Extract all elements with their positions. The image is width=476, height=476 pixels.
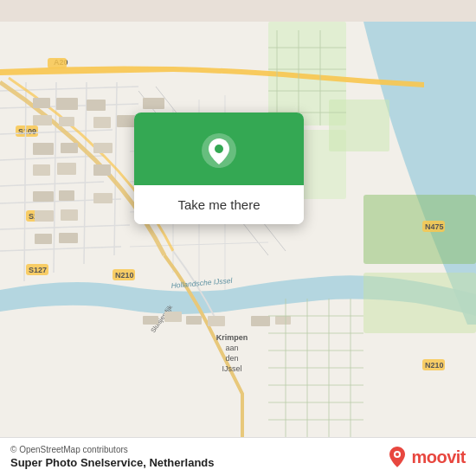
svg-text:Krimpen: Krimpen: [216, 333, 248, 342]
svg-rect-61: [59, 233, 78, 243]
svg-text:S127: S127: [29, 266, 47, 274]
take-me-there-button[interactable]: Take me there: [134, 185, 304, 224]
svg-rect-66: [93, 193, 113, 203]
osm-attribution: © OpenStreetMap contributors: [10, 445, 215, 454]
svg-rect-59: [61, 209, 78, 221]
svg-rect-48: [56, 98, 78, 110]
svg-rect-63: [117, 115, 136, 127]
action-card: Take me there: [134, 113, 304, 224]
svg-rect-53: [61, 143, 78, 153]
svg-rect-84: [208, 316, 225, 326]
svg-rect-85: [251, 316, 270, 326]
svg-point-106: [215, 145, 223, 153]
svg-text:S109: S109: [18, 127, 36, 136]
svg-text:aan: aan: [225, 344, 238, 352]
map-container: A20 S109 S127 S127 N210 N475 N210: [0, 0, 476, 476]
svg-rect-86: [275, 316, 291, 325]
svg-text:den: den: [225, 354, 238, 363]
location-label: Super Photo Snelservice, Netherlands: [10, 456, 215, 469]
svg-rect-49: [87, 100, 106, 111]
svg-rect-52: [33, 143, 54, 155]
svg-rect-58: [35, 210, 54, 222]
svg-rect-4: [363, 195, 476, 264]
svg-rect-64: [93, 143, 113, 153]
svg-rect-7: [48, 58, 67, 68]
moovit-logo: moovit: [385, 445, 466, 469]
svg-rect-82: [164, 312, 182, 322]
svg-rect-83: [186, 316, 202, 325]
svg-point-108: [396, 453, 399, 456]
svg-text:N475: N475: [425, 222, 444, 231]
svg-rect-54: [33, 164, 50, 176]
svg-rect-62: [93, 117, 111, 128]
svg-text:IJssel: IJssel: [222, 364, 241, 373]
svg-rect-55: [57, 163, 76, 175]
location-pin-icon: [200, 132, 238, 170]
svg-rect-67: [143, 98, 164, 109]
map-background: A20 S109 S127 S127 N210 N475 N210: [0, 0, 476, 476]
moovit-logo-icon: [385, 445, 409, 469]
bottom-bar: © OpenStreetMap contributors Super Photo…: [0, 437, 476, 476]
moovit-brand-text: moovit: [411, 447, 466, 467]
bottom-left: © OpenStreetMap contributors Super Photo…: [10, 445, 215, 469]
svg-rect-3: [329, 100, 389, 151]
svg-rect-50: [33, 115, 52, 125]
svg-rect-65: [93, 164, 111, 176]
svg-rect-60: [35, 234, 52, 244]
svg-text:N210: N210: [425, 361, 444, 370]
svg-rect-5: [363, 273, 476, 333]
svg-rect-81: [143, 316, 158, 325]
svg-text:N210: N210: [115, 271, 134, 280]
card-green-top: [134, 113, 304, 185]
svg-rect-51: [59, 117, 74, 126]
svg-rect-56: [33, 191, 54, 202]
svg-rect-57: [59, 190, 74, 201]
svg-rect-47: [33, 98, 50, 108]
